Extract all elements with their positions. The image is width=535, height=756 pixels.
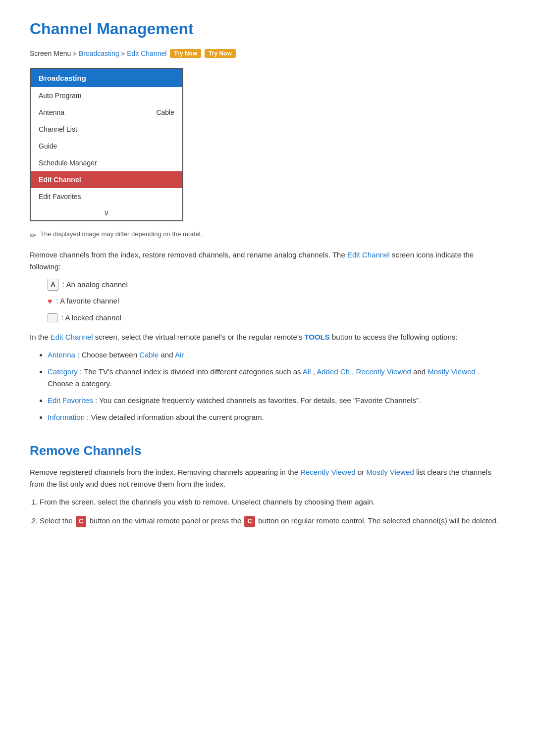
menu-footer: ∨ xyxy=(31,205,182,220)
remove-channels-title: Remove Channels xyxy=(30,443,505,458)
heart-icon: ♥ xyxy=(48,296,53,307)
all-link[interactable]: All xyxy=(303,367,311,376)
tools-text-2: screen, select the virtual remote panel'… xyxy=(95,333,305,341)
mostly-viewed-link-1[interactable]: Mostly Viewed xyxy=(428,367,475,376)
menu-item-antenna[interactable]: Antenna Cable xyxy=(31,104,182,121)
intro-paragraph: Remove channels from the index, restore … xyxy=(30,249,505,273)
note-line: ✏ The displayed image may differ dependi… xyxy=(30,230,505,240)
remove-intro-1: Remove registered channels from the inde… xyxy=(30,468,298,476)
breadcrumb: Screen Menu > Broadcasting > Edit Channe… xyxy=(30,49,505,58)
tools-paragraph: In the Edit Channel screen, select the v… xyxy=(30,331,505,343)
tools-item-antenna: Antenna : Choose between Cable and Air . xyxy=(48,349,505,361)
mostly-viewed-link-2[interactable]: Mostly Viewed xyxy=(366,468,414,476)
icon-list-item-locked: : A locked channel xyxy=(48,312,505,324)
menu-item-channellist[interactable]: Channel List xyxy=(31,121,182,138)
favorite-desc: : A favorite channel xyxy=(56,296,119,307)
menu-item-guide[interactable]: Guide xyxy=(31,138,182,154)
icon-list: A : An analog channel ♥ : A favorite cha… xyxy=(30,279,505,323)
remove-step-2: Select the C button on the virtual remot… xyxy=(40,515,505,527)
lock-icon xyxy=(48,313,57,322)
added-ch-link[interactable]: Added Ch., xyxy=(317,367,354,376)
remove-intro-2: or xyxy=(358,468,367,476)
information-link[interactable]: Information xyxy=(48,413,85,421)
breadcrumb-sep1: > xyxy=(73,50,77,57)
tools-item-information: Information : View detailed information … xyxy=(48,411,505,423)
category-link[interactable]: Category xyxy=(48,367,78,376)
menu-item-autoprogram[interactable]: Auto Program xyxy=(31,87,182,104)
tools-item-editfavorites: Edit Favorites : You can designate frequ… xyxy=(48,395,505,406)
menu-box: Broadcasting Auto Program Antenna Cable … xyxy=(30,68,183,221)
try-now-badge-2[interactable]: Try Now xyxy=(205,49,236,58)
remove-intro-paragraph: Remove registered channels from the inde… xyxy=(30,466,505,490)
menu-item-editfavorites[interactable]: Edit Favorites xyxy=(31,188,182,205)
edit-favorites-link[interactable]: Edit Favorites xyxy=(48,396,93,404)
try-now-badge-1[interactable]: Try Now xyxy=(170,49,201,58)
menu-header: Broadcasting xyxy=(31,69,182,87)
recently-viewed-link-2[interactable]: Recently Viewed xyxy=(300,468,355,476)
note-text: The displayed image may differ depending… xyxy=(40,230,202,238)
antenna-link[interactable]: Antenna xyxy=(48,351,75,359)
air-link[interactable]: Air xyxy=(175,351,184,359)
menu-item-schedulemanager[interactable]: Schedule Manager xyxy=(31,154,182,171)
tools-text-1: In the xyxy=(30,333,51,341)
cable-link[interactable]: Cable xyxy=(139,351,159,359)
c-button-regular: C xyxy=(244,516,255,527)
breadcrumb-link-broadcasting[interactable]: Broadcasting xyxy=(79,50,119,57)
page-title: Channel Management xyxy=(30,20,505,38)
icon-list-item-favorite: ♥ : A favorite channel xyxy=(48,296,505,307)
recently-viewed-link-1[interactable]: Recently Viewed xyxy=(356,367,411,376)
breadcrumb-prefix: Screen Menu xyxy=(30,50,71,57)
intro-edit-channel-link[interactable]: Edit Channel xyxy=(347,251,390,259)
icon-list-item-analog: A : An analog channel xyxy=(48,279,505,291)
analog-icon: A xyxy=(48,279,58,291)
breadcrumb-sep2: > xyxy=(121,50,125,57)
tools-edit-channel-link[interactable]: Edit Channel xyxy=(51,333,93,341)
locked-desc: : A locked channel xyxy=(61,312,121,324)
tools-tools-link[interactable]: TOOLS xyxy=(304,333,329,341)
pencil-icon: ✏ xyxy=(30,231,36,240)
remove-steps-list: From the screen, select the channels you… xyxy=(30,496,505,527)
breadcrumb-link-editchannel[interactable]: Edit Channel xyxy=(127,50,166,57)
tools-item-category: Category : The TV's channel index is div… xyxy=(48,366,505,390)
remove-step-1: From the screen, select the channels you… xyxy=(40,496,505,508)
tools-text-3: button to access the following options: xyxy=(332,333,458,341)
analog-desc: : An analog channel xyxy=(62,279,128,291)
intro-text-1: Remove channels from the index, restore … xyxy=(30,251,345,259)
tools-bullet-list: Antenna : Choose between Cable and Air .… xyxy=(30,349,505,423)
c-button-virtual: C xyxy=(76,516,86,527)
menu-item-editchannel[interactable]: Edit Channel xyxy=(31,171,182,188)
